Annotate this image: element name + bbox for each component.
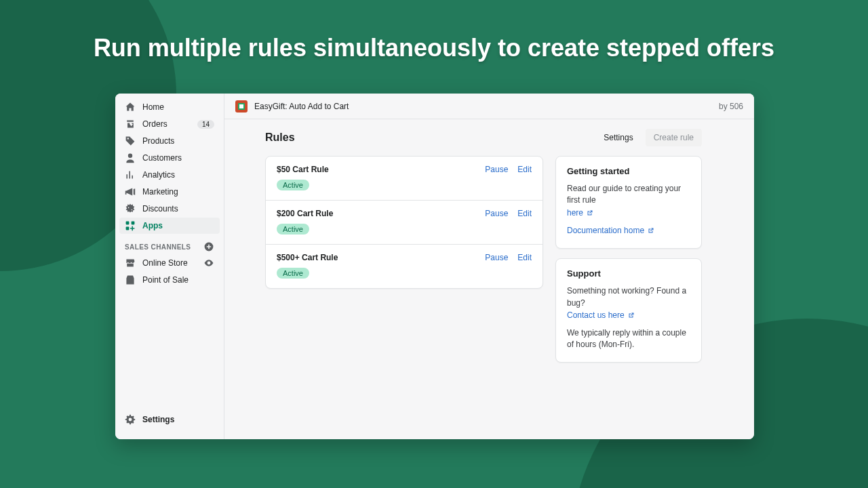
- channel-pos[interactable]: Point of Sale: [119, 272, 220, 288]
- status-badge: Active: [277, 180, 309, 190]
- card-title: Getting started: [567, 166, 690, 176]
- app-window: Home Orders 14 Products Customers: [115, 94, 754, 439]
- admin-sidebar: Home Orders 14 Products Customers: [115, 94, 224, 439]
- card-text: Something not working? Found a bug?: [567, 285, 690, 309]
- edit-button[interactable]: Edit: [517, 209, 532, 218]
- add-channel-icon[interactable]: [203, 241, 214, 252]
- card-text: Read our guide to creating your first ru…: [567, 184, 681, 205]
- support-card: Support Something not working? Found a b…: [555, 258, 702, 363]
- sales-channels-header: SALES CHANNELS: [115, 235, 224, 255]
- edit-button[interactable]: Edit: [517, 253, 532, 262]
- orders-badge: 14: [197, 120, 214, 129]
- primary-nav: Home Orders 14 Products Customers: [115, 99, 224, 235]
- nav-label: Discounts: [142, 204, 178, 214]
- main-panel: EasyGift: Auto Add to Cart by 506 Rules …: [224, 94, 754, 439]
- nav-analytics[interactable]: Analytics: [119, 167, 220, 183]
- nav-marketing[interactable]: Marketing: [119, 184, 220, 200]
- home-icon: [125, 102, 136, 113]
- rules-list: $50 Cart Rule Pause Edit Active $200 Car…: [265, 156, 543, 289]
- rule-name: $200 Cart Rule: [277, 209, 333, 218]
- pause-button[interactable]: Pause: [485, 253, 508, 262]
- section-label: SALES CHANNELS: [125, 243, 191, 251]
- view-store-icon[interactable]: [203, 258, 214, 268]
- orders-icon: [125, 119, 136, 129]
- external-icon: [587, 209, 593, 218]
- nav-discounts[interactable]: Discounts: [119, 201, 220, 217]
- megaphone-icon: [125, 186, 136, 197]
- nav-home[interactable]: Home: [119, 99, 220, 115]
- create-rule-button[interactable]: Create rule: [646, 129, 702, 146]
- nav-label: Orders: [142, 119, 167, 129]
- status-badge: Active: [277, 268, 309, 279]
- status-badge: Active: [277, 224, 309, 235]
- external-icon: [648, 226, 654, 237]
- nav-label: Marketing: [142, 187, 178, 197]
- nav-orders[interactable]: Orders 14: [119, 116, 220, 132]
- nav-customers[interactable]: Customers: [119, 150, 220, 166]
- pause-button[interactable]: Pause: [485, 165, 508, 174]
- nav-label: Analytics: [142, 170, 175, 180]
- docs-link[interactable]: Documentation home: [567, 226, 654, 235]
- nav-products[interactable]: Products: [119, 133, 220, 149]
- rule-row[interactable]: $200 Cart Rule Pause Edit Active: [266, 201, 542, 245]
- discount-icon: [125, 203, 136, 214]
- svg-rect-0: [126, 222, 130, 225]
- settings-button[interactable]: Settings: [597, 129, 639, 146]
- nav-settings[interactable]: Settings: [119, 411, 220, 428]
- nav-label: Apps: [142, 221, 163, 230]
- rule-row[interactable]: $500+ Cart Rule Pause Edit Active: [266, 245, 542, 288]
- nav-label: Products: [142, 136, 174, 146]
- nav-label: Customers: [142, 153, 182, 163]
- contact-link[interactable]: Contact us here: [567, 310, 635, 320]
- edit-button[interactable]: Edit: [517, 165, 532, 174]
- svg-rect-1: [132, 222, 135, 225]
- svg-rect-2: [126, 227, 130, 230]
- pause-button[interactable]: Pause: [485, 209, 508, 218]
- rule-name: $50 Cart Rule: [277, 165, 329, 174]
- nav-apps[interactable]: Apps: [119, 218, 220, 234]
- page-header: Rules Settings Create rule: [265, 129, 702, 146]
- app-byline: by 506: [719, 102, 743, 111]
- card-title: Support: [567, 268, 690, 279]
- external-icon: [628, 311, 635, 321]
- apps-icon: [125, 220, 136, 231]
- nav-label: Point of Sale: [142, 275, 189, 285]
- gear-icon: [125, 414, 136, 425]
- store-icon: [125, 258, 136, 268]
- channel-online-store[interactable]: Online Store: [119, 255, 220, 271]
- pos-icon: [125, 274, 136, 285]
- nav-label: Home: [142, 102, 164, 112]
- rule-name: $500+ Cart Rule: [277, 253, 338, 262]
- tag-icon: [125, 136, 136, 146]
- app-topbar: EasyGift: Auto Add to Cart by 506: [224, 94, 754, 119]
- channels-nav: Online Store Point of Sale: [115, 255, 224, 289]
- nav-label: Settings: [142, 415, 174, 424]
- page-title: Rules: [265, 131, 295, 144]
- app-name: EasyGift: Auto Add to Cart: [254, 102, 349, 111]
- card-text: We typically reply within a couple of ho…: [567, 327, 690, 351]
- hero-headline: Run multiple rules simultaneously to cre…: [0, 34, 868, 62]
- app-logo: [235, 100, 248, 113]
- rule-row[interactable]: $50 Cart Rule Pause Edit Active: [266, 157, 542, 201]
- guide-link[interactable]: here: [567, 208, 593, 218]
- person-icon: [125, 152, 136, 163]
- analytics-icon: [125, 169, 136, 180]
- getting-started-card: Getting started Read our guide to creati…: [555, 156, 702, 249]
- nav-label: Online Store: [142, 258, 188, 268]
